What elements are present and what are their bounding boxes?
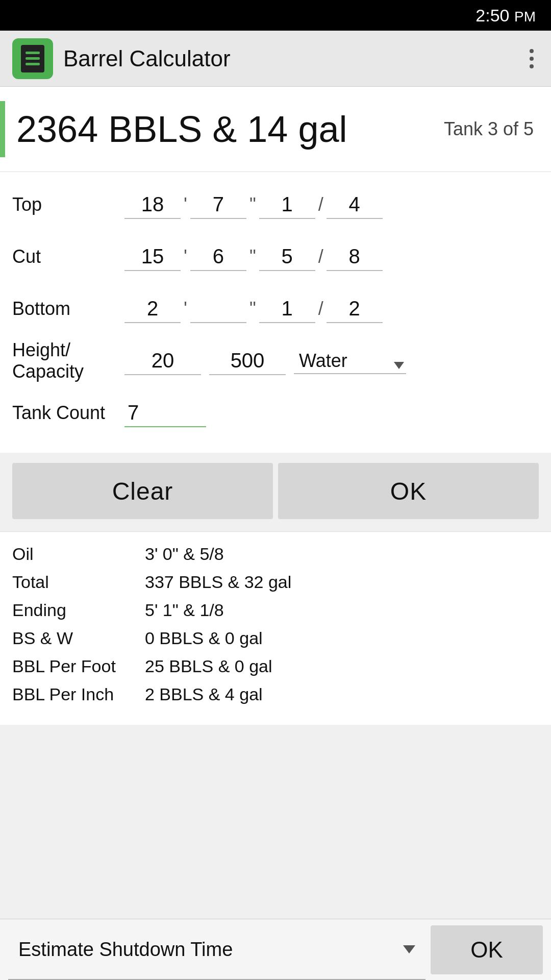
height-capacity-inputs: Water Oil BS&W xyxy=(124,347,539,375)
top-row: Top ' " / xyxy=(12,182,539,227)
tank-count-label: Tank Count xyxy=(12,402,124,424)
estimate-dropdown[interactable]: Estimate Shutdown Time xyxy=(18,939,403,960)
top-denom-input[interactable] xyxy=(327,191,383,219)
bottom-num-input[interactable] xyxy=(259,295,315,323)
top-inputs: ' " / xyxy=(124,191,539,219)
frac-sep-cut: / xyxy=(318,246,323,267)
bbl-per-foot-label: BBL Per Foot xyxy=(12,656,145,676)
result-header: 2364 BBLS & 14 gal Tank 3 of 5 xyxy=(0,87,551,172)
top-inches-input[interactable] xyxy=(190,191,246,219)
overflow-dot xyxy=(530,64,534,68)
feet-sep-bottom: ' xyxy=(184,298,187,320)
bsw-label: BS & W xyxy=(12,628,145,648)
total-label: Total xyxy=(12,572,145,592)
result-value: 2364 BBLS & 14 gal xyxy=(16,108,444,150)
tank-count-row: Tank Count xyxy=(12,390,539,435)
cut-inches-input[interactable] xyxy=(190,243,246,271)
ending-value: 5' 1" & 1/8 xyxy=(145,600,224,620)
bottom-bar: Estimate Shutdown Time OK xyxy=(0,919,551,980)
overflow-menu-button[interactable] xyxy=(524,44,539,74)
bottom-row: Bottom ' " / xyxy=(12,286,539,331)
inches-sep-top: " xyxy=(249,194,256,215)
ending-row: Ending 5' 1" & 1/8 xyxy=(12,600,539,620)
results-area: Oil 3' 0" & 5/8 Total 337 BBLS & 32 gal … xyxy=(0,531,551,725)
top-label: Top xyxy=(12,194,124,215)
capacity-input[interactable] xyxy=(209,347,286,375)
bbl-per-foot-value: 25 BBLS & 0 gal xyxy=(145,656,272,676)
estimate-dropdown-wrapper: Estimate Shutdown Time xyxy=(8,919,425,980)
oil-value: 3' 0" & 5/8 xyxy=(145,544,224,564)
bottom-inches-input[interactable] xyxy=(190,295,246,323)
bsw-row: BS & W 0 BBLS & 0 gal xyxy=(12,628,539,648)
tank-info: Tank 3 of 5 xyxy=(444,118,534,140)
overflow-dot xyxy=(530,57,534,61)
action-buttons: Clear OK xyxy=(12,463,539,519)
bottom-label: Bottom xyxy=(12,298,124,320)
total-row: Total 337 BBLS & 32 gal xyxy=(12,572,539,592)
green-accent-bar xyxy=(0,101,5,157)
oil-row: Oil 3' 0" & 5/8 xyxy=(12,544,539,564)
ok-button[interactable]: OK xyxy=(278,463,539,519)
inches-sep-bottom: " xyxy=(249,298,256,320)
frac-sep-bottom: / xyxy=(318,298,323,320)
bottom-inputs: ' " / xyxy=(124,295,539,323)
cut-row: Cut ' " / xyxy=(12,234,539,279)
app-title: Barrel Calculator xyxy=(63,46,524,71)
estimate-ok-button[interactable]: OK xyxy=(431,925,543,974)
height-input[interactable] xyxy=(124,347,201,375)
height-capacity-row: Height/ Capacity Water Oil BS&W xyxy=(12,338,539,383)
top-feet-input[interactable] xyxy=(124,191,181,219)
status-time: 2:50 PM xyxy=(475,6,536,26)
height-capacity-label: Height/ Capacity xyxy=(12,339,124,382)
fluid-dropdown[interactable]: Water Oil BS&W xyxy=(294,348,406,374)
ending-label: Ending xyxy=(12,600,145,620)
frac-sep-top: / xyxy=(318,194,323,215)
bsw-value: 0 BBLS & 0 gal xyxy=(145,628,263,648)
bottom-feet-input[interactable] xyxy=(124,295,181,323)
bottom-denom-input[interactable] xyxy=(327,295,383,323)
oil-label: Oil xyxy=(12,544,145,564)
bbl-per-foot-row: BBL Per Foot 25 BBLS & 0 gal xyxy=(12,656,539,676)
total-value: 337 BBLS & 32 gal xyxy=(145,572,291,592)
top-num-input[interactable] xyxy=(259,191,315,219)
cut-num-input[interactable] xyxy=(259,243,315,271)
feet-sep-top: ' xyxy=(184,194,187,215)
cut-feet-input[interactable] xyxy=(124,243,181,271)
clear-button[interactable]: Clear xyxy=(12,463,273,519)
bbl-per-inch-row: BBL Per Inch 2 BBLS & 4 gal xyxy=(12,684,539,704)
app-bar: Barrel Calculator xyxy=(0,31,551,87)
tank-count-input[interactable] xyxy=(124,399,206,427)
feet-sep-cut: ' xyxy=(184,246,187,267)
tank-count-inputs xyxy=(124,399,539,427)
fluid-dropdown-wrapper: Water Oil BS&W xyxy=(294,348,406,374)
estimate-dropdown-arrow xyxy=(403,945,415,953)
cut-label: Cut xyxy=(12,246,124,267)
app-icon xyxy=(12,38,53,79)
bbl-per-inch-value: 2 BBLS & 4 gal xyxy=(145,684,263,704)
cut-denom-input[interactable] xyxy=(327,243,383,271)
status-bar: 2:50 PM xyxy=(0,0,551,31)
form-area: Top ' " / Cut ' " / Bottom ' xyxy=(0,172,551,453)
overflow-dot xyxy=(530,49,534,53)
cut-inputs: ' " / xyxy=(124,243,539,271)
bbl-per-inch-label: BBL Per Inch xyxy=(12,684,145,704)
inches-sep-cut: " xyxy=(249,246,256,267)
